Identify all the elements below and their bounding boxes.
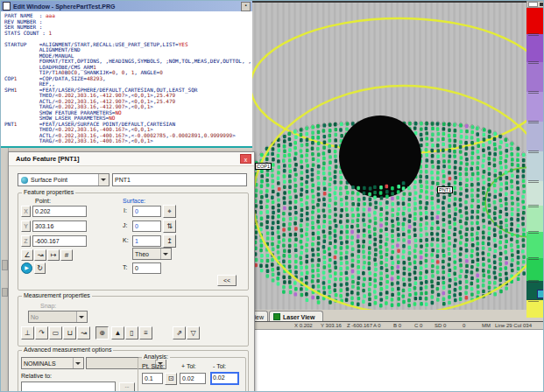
theo-mode-combo[interactable]: Theo: [132, 248, 172, 260]
grid-button[interactable]: #: [60, 249, 73, 261]
dialog-titlebar[interactable]: Auto Feature [PNT1]: [9, 152, 254, 166]
flip-vector-icon: ⇅: [166, 222, 173, 230]
t-label: T:: [123, 264, 127, 270]
view-tabstrip: Live View Laser View: [252, 310, 544, 322]
x-value-input[interactable]: 0.202: [32, 206, 87, 217]
scale-segment: [526, 122, 544, 151]
k-value-input[interactable]: 1: [132, 235, 161, 247]
edit-window-bottom-edge: [1, 146, 252, 148]
angle-icon: ∠: [24, 251, 30, 259]
y-axis-button[interactable]: Y: [21, 220, 31, 232]
z-axis-button[interactable]: Z: [21, 235, 31, 247]
status-item: SD 0: [434, 323, 446, 328]
pt-size-button[interactable]: ⊡: [165, 373, 177, 385]
scale-segment: [526, 62, 544, 92]
lines-icon: ≡: [144, 329, 148, 337]
edit-window-titlebar[interactable]: Edit Window - SpherePartTest.PRG ▪: [1, 1, 252, 11]
measure-mode-button-1[interactable]: ⊥: [21, 326, 34, 340]
minus-tol-input[interactable]: 0.02: [210, 372, 239, 385]
snap-label: Snap:: [40, 303, 56, 309]
shift-vector-icon: ↥: [166, 237, 173, 245]
probe-icon: ⊥: [25, 329, 31, 337]
scan-path-button[interactable]: ↝: [34, 249, 46, 261]
edit-window-menu-button[interactable]: ▪: [241, 2, 251, 11]
relative-to-input[interactable]: [21, 382, 116, 392]
snap-combo[interactable]: No: [28, 311, 88, 323]
scan-path-icon: ↝: [38, 251, 44, 259]
gage-icon: ⌖: [167, 207, 172, 215]
edit-window: Edit Window - SpherePartTest.PRG ▪ PART …: [1, 1, 253, 148]
tab-laser-view-label: Laser View: [283, 314, 314, 320]
angle-button[interactable]: ∠: [21, 249, 33, 261]
gage-button[interactable]: ⌖: [163, 205, 176, 218]
analysis-label: Analysis:: [142, 354, 170, 360]
deviation-color-scale: [526, 1, 544, 319]
measure-target-button[interactable]: ⊕: [95, 326, 109, 340]
graphic-view[interactable]: [252, 1, 544, 319]
remeasure-button[interactable]: ↻: [34, 262, 46, 274]
relative-to-label: Relative to:: [21, 373, 52, 379]
t-value-input[interactable]: 0: [132, 262, 161, 274]
scale-segment: [526, 206, 544, 232]
arc-move-icon: ↷: [39, 329, 45, 337]
plus-tol-input[interactable]: 0.02: [180, 373, 206, 384]
feature-name-input[interactable]: PNT1: [112, 173, 247, 186]
path-button[interactable]: ⇗: [173, 326, 186, 340]
measure-mode-button-3[interactable]: ▭: [49, 326, 62, 340]
measure-mode-button-5[interactable]: ↝: [77, 326, 90, 340]
measure-mode-button-9[interactable]: ≡: [139, 326, 152, 340]
execute-button[interactable]: ▶: [21, 262, 32, 274]
chevron-down-icon: [76, 312, 87, 322]
chevron-down-icon: [73, 358, 83, 368]
nominals-combo[interactable]: NOMINALS: [21, 357, 84, 369]
dialog-close-button[interactable]: x: [240, 154, 251, 164]
flip-vector-button[interactable]: ⇅: [163, 220, 176, 233]
plus-tol-label: + Tol:: [181, 363, 196, 369]
pointcloud-canvas[interactable]: [252, 3, 544, 319]
remeasure-icon: ↻: [37, 264, 43, 272]
filter-button[interactable]: ▽: [187, 326, 200, 340]
edit-window-code[interactable]: PART NAME : aaaREV NUMBER : SER NUMBER :…: [1, 11, 252, 146]
nominals-value: NOMINALS: [24, 360, 56, 367]
measure-mode-button-7[interactable]: ▲: [111, 326, 124, 340]
left-edge-mark: [2, 288, 8, 297]
cup-icon: ⊔: [67, 329, 72, 337]
status-item: X 0.202: [294, 323, 313, 328]
scale-segment: [526, 181, 544, 206]
feature-type-combo[interactable]: Surface Point: [18, 173, 110, 186]
wave-icon: ↝: [81, 329, 87, 337]
measure-mode-button-8[interactable]: ▯: [125, 326, 138, 340]
scale-segment: [526, 151, 544, 181]
i-value-input[interactable]: 0: [132, 206, 161, 217]
report-panel: [252, 329, 544, 392]
collapse-button[interactable]: <<: [217, 275, 237, 286]
cop-feature-label: COP1: [255, 163, 272, 170]
j-label: J:: [123, 222, 127, 228]
crosshair-circle-icon: ⊕: [99, 329, 105, 337]
scale-segment: [526, 232, 544, 258]
measure-mode-button-4[interactable]: ⊔: [63, 326, 76, 340]
color-scale-header[interactable]: [526, 1, 544, 8]
j-value-input[interactable]: 0: [132, 220, 161, 232]
surface-label: Surface:: [123, 198, 145, 204]
offset-point-button[interactable]: ↦: [47, 249, 60, 261]
grid-icon: #: [65, 251, 68, 259]
pcdmis-main-window: Edit Window - SpherePartTest.PRG ▪ PART …: [0, 0, 544, 392]
scale-segment: [526, 300, 544, 318]
x-axis-button[interactable]: X: [21, 206, 31, 217]
offset-point-icon: ↦: [51, 251, 57, 259]
minus-tol-label: - Tol:: [213, 363, 226, 369]
browse-button[interactable]: ...: [119, 382, 135, 392]
status-item: Line 29 Col 034: [495, 323, 532, 328]
pt-size-label: Pt. Size:: [142, 363, 165, 369]
shift-vector-button[interactable]: ↥: [163, 234, 176, 248]
auto-feature-dialog: Auto Feature [PNT1] x Surface Point PNT1…: [8, 151, 255, 392]
feature-type-value: Surface Point: [31, 177, 67, 183]
i-label: I:: [124, 207, 127, 214]
y-value-input[interactable]: 303.16: [32, 220, 87, 232]
pt-size-input[interactable]: 0.1: [142, 373, 163, 384]
z-value-input[interactable]: -600.167: [32, 235, 87, 247]
measure-mode-button-2[interactable]: ↷: [35, 326, 48, 340]
advanced-options-label: Advanced measurement options: [22, 346, 113, 353]
color-scale-close-icon: [540, 3, 543, 6]
